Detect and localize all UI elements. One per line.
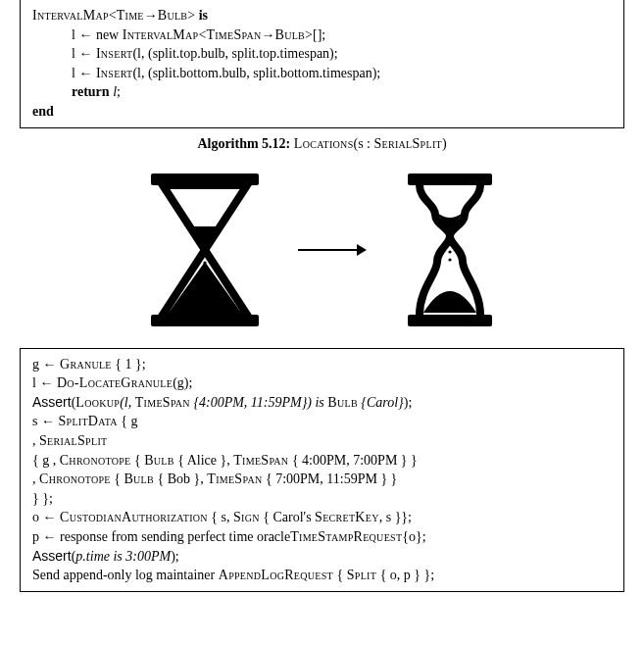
algo2-line12: Send append-only log maintainer AppendLo… (32, 566, 612, 585)
type-intervalmap: IntervalMap (32, 8, 109, 23)
algo1-line3: l ← Insert(l, (split.bottom.bulb, split.… (32, 64, 612, 83)
algo1-line5: end (32, 102, 612, 122)
arrow-right-icon (298, 240, 367, 260)
algo2-line8: } }; (32, 489, 612, 509)
algo2-line1: g ← Granule { 1 }; (32, 355, 612, 374)
algo1-line0: IntervalMap<Time→Bulb> is (32, 6, 612, 25)
caption1-name: Locations (294, 136, 354, 151)
svg-point-8 (448, 242, 451, 245)
algo2-line11: Assert(p.time is 3:00PM); (32, 547, 612, 567)
algorithm-box-2: g ← Granule { 1 }; l ← Do-LocateGranule(… (20, 348, 624, 592)
algo1-line4: return l; (32, 82, 612, 102)
algo2-line2: l ← Do-LocateGranule(g); (32, 373, 612, 393)
algorithm-box-1: IntervalMap<Time→Bulb> is l ← new Interv… (20, 0, 624, 128)
caption1-label: Algorithm 5.12: (197, 136, 290, 151)
svg-point-4 (203, 268, 206, 271)
svg-point-3 (203, 261, 206, 264)
svg-point-2 (203, 254, 206, 257)
algo2-line5: , SerialSplit (32, 431, 612, 451)
hourglass-left-icon (141, 172, 269, 328)
algo1-line2: l ← Insert(l, (split.top.bulb, split.top… (32, 44, 612, 64)
svg-point-9 (448, 250, 451, 253)
algo2-line10: p ← response from sending perfect time o… (32, 527, 612, 547)
algorithm-caption-1: Algorithm 5.12: Locations(s : SerialSpli… (0, 136, 644, 152)
svg-rect-6 (408, 174, 492, 185)
algo1-line1: l ← new IntervalMap<TimeSpan→Bulb>[]; (32, 25, 612, 45)
svg-rect-7 (408, 315, 492, 326)
hourglass-right-icon (396, 172, 504, 328)
svg-point-10 (448, 258, 451, 261)
algo2-line4: s ← SplitData { g (32, 412, 612, 431)
algo2-line7: , Chronotope { Bulb { Bob }, TimeSpan { … (32, 470, 612, 489)
algo2-line9: o ← CustodianAuthorization { s, Sign { C… (32, 508, 612, 527)
algo2-line3: Assert(Lookup(l, TimeSpan {4:00PM, 11:59… (32, 393, 612, 413)
hourglass-figure (0, 172, 644, 328)
algo2-line6: { g , Chronotope { Bulb { Alice }, TimeS… (32, 451, 612, 471)
